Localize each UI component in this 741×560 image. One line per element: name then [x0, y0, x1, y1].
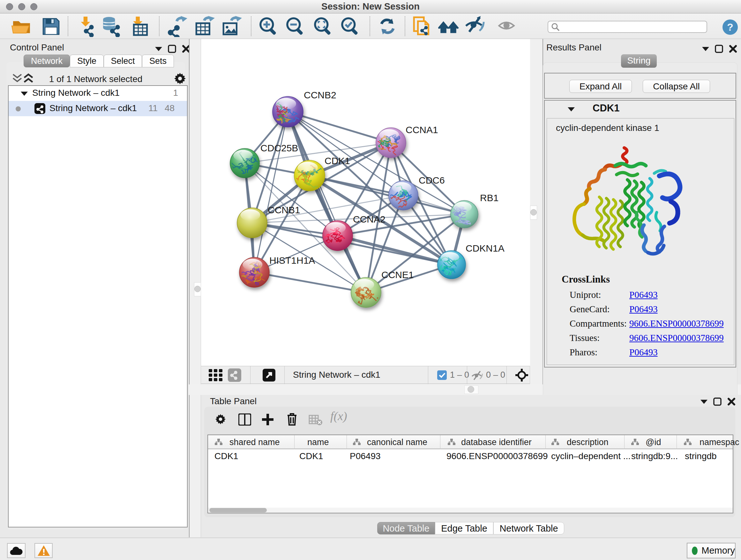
svg-text:?: ? — [727, 21, 733, 33]
svg-text:CCNB2: CCNB2 — [304, 90, 336, 100]
svg-text:CDC6: CDC6 — [419, 175, 445, 186]
svg-text:HIST1H1A: HIST1H1A — [269, 255, 315, 266]
svg-text:CCNA1: CCNA1 — [406, 125, 438, 135]
svg-text:CCNE1: CCNE1 — [381, 269, 414, 280]
svg-text:CDC25B: CDC25B — [260, 143, 298, 153]
svg-text:CCNB1: CCNB1 — [268, 205, 300, 215]
svg-text:CDK1: CDK1 — [325, 155, 350, 166]
svg-text:CDKN1A: CDKN1A — [466, 243, 504, 253]
svg-text:RB1: RB1 — [480, 192, 498, 203]
svg-text:CCNA2: CCNA2 — [353, 214, 386, 225]
